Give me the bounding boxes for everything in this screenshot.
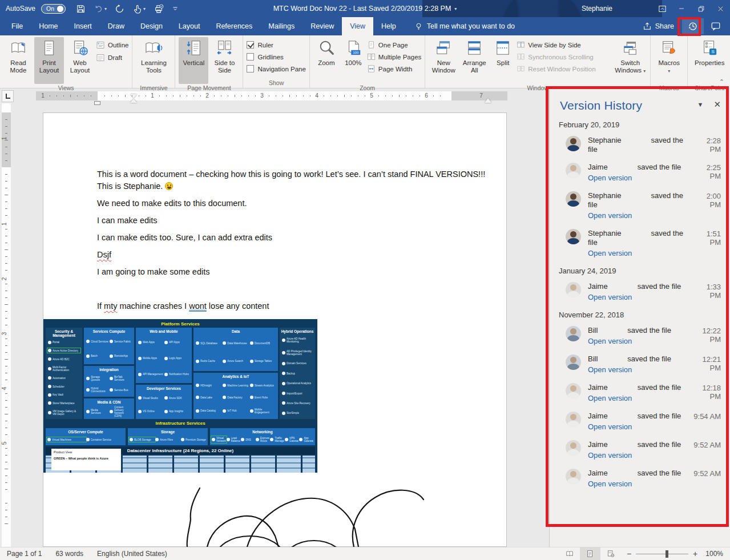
version-time: 1:33 PM — [693, 282, 721, 300]
first-line-indent-marker[interactable] — [130, 94, 137, 98]
gridlines-checkbox[interactable]: Gridlines — [247, 53, 283, 61]
multiple-pages-button[interactable]: Multiple Pages — [367, 53, 421, 61]
share-button[interactable]: Share — [637, 22, 680, 31]
azure-section-data: DataSQL DatabaseData WarehouseDocumentDB… — [193, 328, 278, 371]
tab-references[interactable]: References — [208, 17, 260, 35]
comments-button[interactable] — [706, 18, 725, 34]
properties-button[interactable]: S Properties — [691, 37, 728, 84]
azure-section-os-server-compute: OS/Server ComputeVirtual MachinesContain… — [46, 428, 126, 445]
tab-draw[interactable]: Draw — [100, 17, 132, 35]
azure-service-item: VM Image Gallery & VM Depot — [48, 410, 80, 416]
zoom-slider-track[interactable] — [636, 554, 688, 554]
status-read-mode-button[interactable] — [559, 547, 580, 560]
tab-home[interactable]: Home — [31, 17, 66, 35]
macros-button[interactable]: Macros▾ — [654, 37, 684, 84]
panel-options-chevron[interactable]: ▼ — [697, 101, 704, 108]
tell-me-box[interactable]: Tell me what you want to do — [414, 17, 515, 35]
view-side-by-side-button[interactable]: View Side by Side — [517, 41, 612, 49]
open-version-link[interactable]: Open version — [588, 293, 632, 302]
vertical-button[interactable]: Vertical — [179, 37, 208, 84]
tab-review[interactable]: Review — [303, 17, 342, 35]
customize-qat-button[interactable] — [172, 5, 179, 13]
switch-windows-button[interactable]: Switch Windows ▾ — [614, 37, 647, 84]
open-version-link[interactable]: Open version — [588, 337, 632, 346]
azure-services-figure[interactable]: Platform ServicesSecurity & ManagementPo… — [43, 319, 317, 473]
tab-file[interactable]: File — [3, 17, 31, 35]
minimize-button[interactable] — [672, 0, 691, 17]
open-version-link[interactable]: Open version — [588, 480, 632, 489]
version-history-button[interactable] — [682, 18, 704, 34]
open-version-link[interactable]: Open version — [588, 174, 632, 183]
azure-section-storage: StorageBLOB StorageAzure FilesPremium St… — [128, 428, 208, 445]
zoom-button[interactable]: Zoom — [313, 37, 340, 84]
version-group: January 24, 2019 Jaimesaved the file Ope… — [560, 267, 721, 302]
language-indicator[interactable]: English (United States) — [90, 547, 174, 560]
zoom-percentage[interactable]: 100% — [703, 550, 730, 558]
side-to-side-button[interactable]: Side to Side — [209, 37, 239, 84]
undo-button[interactable]: ▾ — [94, 4, 107, 14]
ruler-checkbox[interactable]: Ruler — [247, 41, 273, 49]
redo-button[interactable] — [115, 4, 124, 14]
azure-section-media-cdn: Media & CDNMedia ServicesContent Deliver… — [84, 398, 134, 419]
document-page[interactable]: This is a word document – checking how t… — [43, 112, 507, 547]
close-button[interactable] — [711, 0, 730, 17]
panel-close-icon[interactable]: ✕ — [713, 101, 721, 108]
read-mode-button[interactable]: Read Mode — [3, 37, 33, 84]
draft-icon — [96, 53, 105, 62]
open-version-link[interactable]: Open version — [588, 394, 632, 403]
one-page-icon — [367, 41, 376, 49]
open-version-link[interactable]: Open version — [588, 211, 632, 220]
navigation-pane-checkbox[interactable]: Navigation Pane — [247, 65, 305, 72]
collapse-ribbon-button[interactable]: ⌃ — [719, 78, 724, 86]
page-indicator[interactable]: Page 1 of 1 — [0, 547, 49, 560]
right-indent-marker[interactable] — [485, 98, 491, 103]
save-button[interactable] — [76, 4, 86, 14]
azure-server-racks: Product ViewGREEN – What people think is… — [46, 456, 315, 473]
autosave-state: On — [46, 5, 54, 12]
open-version-link[interactable]: Open version — [588, 422, 632, 432]
tab-insert[interactable]: Insert — [66, 17, 100, 35]
tab-mailings[interactable]: Mailings — [260, 17, 303, 35]
word-count[interactable]: 63 words — [49, 547, 90, 560]
zoom-100-button[interactable]: 100 100% — [341, 37, 366, 84]
restore-button[interactable] — [691, 0, 711, 17]
zoom-in-button[interactable]: + — [693, 549, 697, 558]
print-layout-icon — [40, 39, 58, 57]
status-web-layout-button[interactable] — [600, 547, 621, 560]
ribbon-display-options-button[interactable] — [652, 0, 672, 17]
tab-design[interactable]: Design — [132, 17, 171, 35]
macros-label: Macros▾ — [658, 59, 680, 75]
touch-mouse-mode-button[interactable]: ▾ — [132, 4, 146, 14]
print-layout-button[interactable]: Print Layout — [34, 37, 64, 84]
tab-layout[interactable]: Layout — [171, 17, 208, 35]
arrange-all-button[interactable]: Arrange All — [459, 37, 489, 84]
zoom-out-button[interactable]: − — [627, 549, 631, 558]
lightbulb-icon — [414, 22, 423, 31]
left-indent-marker[interactable] — [94, 101, 100, 105]
autosave-toggle[interactable]: On — [41, 4, 66, 14]
tab-help[interactable]: Help — [373, 17, 404, 35]
hanging-indent-marker[interactable] — [130, 99, 137, 103]
learning-tools-button[interactable]: Learning Tools — [136, 37, 171, 84]
draft-button[interactable]: Draft — [96, 53, 128, 62]
new-window-button[interactable]: New Window — [429, 37, 458, 84]
open-version-link[interactable]: Open version — [588, 365, 632, 374]
web-layout-button[interactable]: Web Layout — [65, 37, 95, 84]
open-version-link[interactable]: Open version — [588, 249, 632, 258]
version-author: Jaime — [588, 469, 608, 477]
status-print-layout-button[interactable] — [580, 547, 600, 560]
window-group-label: Window — [426, 84, 649, 93]
tab-view[interactable]: View — [342, 17, 373, 35]
azure-service-item: Multi-Factor Authentication — [48, 366, 80, 372]
open-version-link[interactable]: Open version — [588, 451, 632, 460]
multiple-pages-label: Multiple Pages — [378, 54, 421, 61]
minimize-icon — [678, 5, 685, 12]
version-action: saved the file — [638, 282, 681, 291]
one-page-button[interactable]: One Page — [367, 41, 421, 49]
page-width-button[interactable]: Page Width — [367, 65, 421, 73]
outline-button[interactable]: Outline — [96, 41, 128, 50]
azure-service-item: Cloud Services — [86, 340, 108, 343]
split-button[interactable]: Split — [490, 37, 515, 84]
zoom-slider-thumb[interactable] — [666, 550, 668, 558]
quick-print-button[interactable] — [154, 4, 164, 14]
